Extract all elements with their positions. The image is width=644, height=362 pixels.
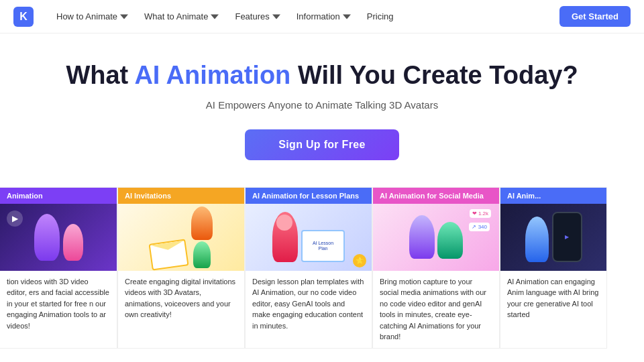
hero-title: What AI Animation Will You Create Today? bbox=[66, 60, 578, 91]
card-5-body: AI Animation can engaging Anim language … bbox=[500, 271, 606, 326]
card-2-header: AI Invitations bbox=[118, 188, 244, 204]
chevron-down-icon bbox=[120, 13, 128, 21]
card-animation: Animation ▶ tion videos with 3D video ed… bbox=[0, 187, 117, 349]
nav-how-to-animate[interactable]: How to Animate bbox=[50, 7, 135, 25]
card-social-media: AI Animation for Social Media ❤ 1.2k ↗ 3… bbox=[372, 187, 500, 349]
nav-information[interactable]: Information bbox=[290, 7, 358, 25]
card-3-body: Design lesson plan templates with AI Ani… bbox=[246, 271, 372, 337]
nav-what-to-animate[interactable]: What to Animate bbox=[138, 7, 225, 25]
nav-features[interactable]: Features bbox=[228, 7, 286, 25]
card-1-header: Animation bbox=[0, 188, 117, 204]
card-5-image: ▶ bbox=[500, 204, 606, 271]
card-2-body: Create engaging digital invitations vide… bbox=[118, 271, 244, 326]
logo[interactable]: K bbox=[13, 7, 34, 27]
card-1-image: ▶ bbox=[0, 204, 117, 271]
navbar: K How to Animate What to Animate Feature… bbox=[0, 0, 644, 34]
card-ai-anim: AI Anim... ▶ AI Animation can engaging A… bbox=[500, 187, 607, 349]
card-lesson-plans: AI Animation for Lesson Plans AI LessonP… bbox=[245, 187, 372, 349]
like-badge: ❤ 1.2k bbox=[470, 209, 491, 218]
card-2-image bbox=[118, 204, 244, 271]
chevron-down-icon bbox=[343, 13, 351, 21]
chevron-down-icon bbox=[272, 13, 280, 21]
get-started-button[interactable]: Get Started bbox=[559, 6, 631, 27]
nav-links: How to Animate What to Animate Features … bbox=[50, 7, 559, 25]
hero-section: What AI Animation Will You Create Today?… bbox=[0, 34, 644, 174]
play-icon: ▶ bbox=[7, 210, 23, 227]
card-4-body: Bring motion capture to your social medi… bbox=[373, 271, 499, 348]
card-5-header: AI Anim... bbox=[500, 188, 606, 204]
cards-section: Animation ▶ tion videos with 3D video ed… bbox=[0, 174, 644, 349]
card-invitations: AI Invitations Create engaging digital i… bbox=[117, 187, 245, 349]
hero-subtitle: AI Empowers Anyone to Animate Talking 3D… bbox=[206, 99, 438, 111]
card-3-image: AI LessonPlan ⭐ bbox=[246, 204, 372, 271]
nav-pricing[interactable]: Pricing bbox=[360, 7, 400, 25]
share-badge: ↗ 340 bbox=[469, 223, 490, 231]
chevron-down-icon bbox=[211, 13, 219, 21]
card-4-header: AI Animation for Social Media bbox=[373, 188, 499, 204]
phone-screen: ▶ bbox=[552, 212, 582, 262]
lesson-screen: AI LessonPlan bbox=[301, 230, 345, 262]
card-3-header: AI Animation for Lesson Plans bbox=[246, 188, 372, 204]
star-icon: ⭐ bbox=[353, 254, 366, 267]
cards-row: Animation ▶ tion videos with 3D video ed… bbox=[0, 187, 644, 349]
signup-button[interactable]: Sign Up for Free bbox=[245, 129, 398, 160]
card-4-image: ❤ 1.2k ↗ 340 bbox=[373, 204, 499, 271]
card-1-body: tion videos with 3D video editor, ers an… bbox=[0, 271, 117, 337]
